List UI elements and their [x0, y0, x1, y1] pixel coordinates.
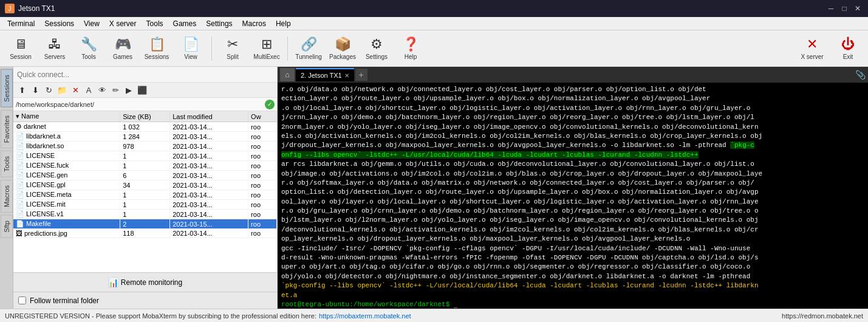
edit-button[interactable]: ✏	[109, 84, 121, 96]
settings-button[interactable]: ⚙ Settings	[361, 33, 392, 64]
vtab-sftp[interactable]: Sftp	[1, 215, 13, 238]
file-owner-cell: roo	[248, 142, 277, 151]
menu-tools[interactable]: Tools	[142, 18, 168, 29]
terminal-content[interactable]: r.o obj/data.o obj/network.o obj/connect…	[278, 83, 868, 309]
table-row[interactable]: 📄LICENSE.gen 6 2021-03-14... roo	[13, 171, 277, 180]
vtab-favorites[interactable]: Favorites	[1, 110, 13, 148]
file-icon: 📄	[16, 171, 24, 179]
menu-view[interactable]: View	[79, 18, 104, 29]
table-row[interactable]: ⚙darknet 1 032 2021-03-14... roo	[13, 122, 277, 132]
file-owner-cell: roo	[248, 200, 277, 210]
exit-button[interactable]: ⏻ Exit	[833, 33, 863, 64]
file-owner-cell: roo	[248, 219, 277, 229]
minimize-button[interactable]: ─	[825, 3, 836, 14]
table-row[interactable]: 📄LICENSE.mit 1 2021-03-14... roo	[13, 200, 277, 210]
file-size-cell: 1 032	[120, 122, 170, 132]
split-button[interactable]: ✂ Split	[217, 33, 248, 64]
tab-home-button[interactable]: ⌂	[280, 68, 295, 81]
title-bar-title: Jetson TX1	[18, 4, 55, 13]
menu-help[interactable]: Help	[271, 18, 296, 29]
tools-button[interactable]: 🔧 Tools	[73, 33, 104, 64]
col-modified[interactable]: Last modified	[170, 111, 248, 122]
maximize-button[interactable]: □	[839, 3, 850, 14]
packages-button[interactable]: 📦 Packages	[327, 33, 358, 64]
file-size-cell: 2	[120, 219, 170, 229]
follow-terminal-bar: Follow terminal folder	[13, 292, 277, 309]
vtab-sessions[interactable]: Sessions	[1, 69, 13, 108]
remote-monitoring-button[interactable]: 📊 Remote monitoring	[13, 272, 277, 292]
tools-label: Tools	[81, 53, 95, 60]
tab-close-icon[interactable]: ✕	[344, 72, 349, 79]
more-button[interactable]: ⬛	[136, 84, 148, 96]
table-row[interactable]: 📄LICENSE.fuck 1 2021-03-14... roo	[13, 161, 277, 171]
menu-settings[interactable]: Settings	[201, 18, 237, 29]
main-layout: Sessions Favorites Tools Macros Sftp ⬆ ⬇…	[0, 67, 868, 309]
tunneling-icon: 🔗	[301, 36, 317, 52]
file-owner-cell: roo	[248, 122, 277, 132]
tab-add-button[interactable]: +	[355, 69, 367, 81]
col-name[interactable]: ▾ Name	[13, 111, 120, 122]
file-owner-cell: roo	[248, 161, 277, 171]
servers-button[interactable]: 🖧 Servers	[39, 33, 70, 64]
menu-sessions[interactable]: Sessions	[39, 18, 79, 29]
menu-xserver[interactable]: X server	[104, 18, 142, 29]
menu-terminal[interactable]: Terminal	[2, 18, 39, 29]
split-label: Split	[227, 53, 238, 60]
file-icon: 📄	[16, 191, 24, 198]
table-row[interactable]: 📄LICENSE.gpl 34 2021-03-14... roo	[13, 180, 277, 190]
sessions-button[interactable]: 📋 Sessions	[141, 33, 173, 64]
games-icon: 🎮	[115, 36, 131, 52]
terminal-button[interactable]: ▶	[123, 84, 135, 96]
help-button[interactable]: ❓ Help	[395, 33, 426, 64]
file-icon: 📄	[16, 220, 24, 227]
download-button[interactable]: ⬇	[29, 84, 41, 96]
file-name-cell: 📄LICENSE.v1	[13, 210, 120, 219]
file-modified-cell: 2021-03-14...	[170, 122, 248, 132]
view-button[interactable]: 📄 View	[175, 33, 207, 64]
close-button[interactable]: ✕	[852, 3, 863, 14]
col-size[interactable]: Size (KB)	[120, 111, 170, 122]
tunneling-button[interactable]: 🔗 Tunneling	[293, 33, 324, 64]
newfolder-button[interactable]: 📁	[56, 84, 68, 96]
table-row[interactable]: 📄LICENSE 1 2021-03-14... roo	[13, 151, 277, 161]
table-row[interactable]: 🖼predictions.jpg 118 2021-03-14... roo	[13, 229, 277, 238]
file-size-cell: 118	[120, 229, 170, 238]
quick-connect-bar	[13, 67, 277, 83]
file-name-cell: 📄Makefile	[13, 219, 120, 229]
games-button[interactable]: 🎮 Games	[107, 33, 138, 64]
table-row[interactable]: 📄LICENSE.v1 1 2021-03-14... roo	[13, 210, 277, 219]
tab-pin-icon[interactable]: 📎	[855, 70, 866, 80]
view-button2[interactable]: 👁	[96, 84, 108, 96]
tools-icon: 🔧	[81, 36, 97, 52]
terminal-cursor: █	[454, 301, 458, 308]
session-button[interactable]: 🖥 Session	[5, 33, 36, 64]
xserver-button[interactable]: ✕ X server	[794, 33, 830, 64]
file-icon: 📄	[16, 200, 24, 208]
menu-bar: Terminal Sessions View X server Tools Ga…	[0, 17, 868, 30]
table-row[interactable]: 📄libdarknet.a 1 284 2021-03-14... roo	[13, 132, 277, 142]
table-row[interactable]: 📄libdarknet.so 978 2021-03-14... roo	[13, 142, 277, 151]
file-size-cell: 978	[120, 142, 170, 151]
upload-button[interactable]: ⬆	[16, 84, 28, 96]
servers-icon: 🖧	[48, 36, 61, 52]
vtab-tools[interactable]: Tools	[1, 151, 13, 177]
file-size-cell: 6	[120, 171, 170, 180]
file-modified-cell: 2021-03-14...	[170, 180, 248, 190]
delete-button[interactable]: ✕	[69, 84, 81, 96]
menu-games[interactable]: Games	[168, 18, 202, 29]
status-bar: UNREGISTERED VERSION - Please support Mo…	[0, 309, 868, 322]
vtab-macros[interactable]: Macros	[1, 180, 13, 213]
tab-jetson-tx1[interactable]: 2. Jetson TX1 ✕	[296, 68, 354, 81]
table-row[interactable]: 📄Makefile 2 2021-03-15... roo	[13, 219, 277, 229]
table-row[interactable]: 📄LICENSE.meta 1 2021-03-14... roo	[13, 190, 277, 200]
menu-macros[interactable]: Macros	[238, 18, 271, 29]
multiexec-button[interactable]: ⊞ MultiExec	[251, 33, 282, 64]
rename-button[interactable]: A	[83, 84, 95, 96]
refresh-button[interactable]: ↻	[43, 84, 55, 96]
settings-label: Settings	[366, 53, 388, 60]
quick-connect-input[interactable]	[17, 70, 273, 79]
follow-terminal-checkbox[interactable]	[18, 296, 26, 304]
file-owner-cell: roo	[248, 180, 277, 190]
col-owner[interactable]: Ow	[248, 111, 277, 122]
status-link[interactable]: https://mobaxterm.mobatek.net	[319, 312, 411, 320]
